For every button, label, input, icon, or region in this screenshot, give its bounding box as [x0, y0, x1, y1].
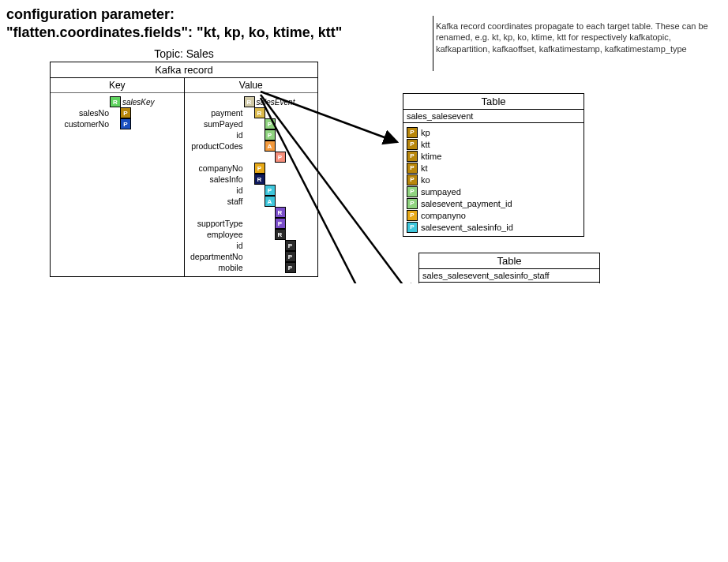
column-type-chip: P [407, 163, 418, 174]
record-row: paymentR [188, 107, 315, 118]
table-row: Pkt [407, 162, 580, 174]
field-label: payment [188, 108, 245, 118]
column-name: sumpayed [421, 187, 461, 197]
type-chip: P [285, 240, 296, 251]
column-type-chip: P [407, 186, 418, 197]
field-label: employee [188, 230, 245, 239]
column-type-chip: P [407, 174, 418, 185]
record-row: idP [188, 129, 315, 140]
type-chip: A [265, 196, 276, 207]
field-label: sumPayed [188, 119, 245, 129]
column-name: ktt [421, 140, 430, 149]
field-label: salesInfo [188, 174, 245, 184]
annotation-line [433, 16, 433, 71]
topic-label: Topic: Sales [50, 47, 318, 60]
annotation-text: Kafka record coordinates propagate to ea… [436, 21, 720, 54]
column-name: ktime [421, 152, 441, 161]
field-label: departmentNo [188, 252, 245, 261]
column-type-chip: P [407, 198, 418, 209]
column-name: kp [421, 128, 430, 137]
kafka-header: Kafka record [51, 62, 317, 78]
record-note: salesKey [122, 98, 155, 107]
record-row: sumPayedP [188, 118, 315, 129]
kafka-key-column: Key RsalesKeysalesNoPcustomerNoP [51, 78, 185, 276]
key-head: Key [51, 78, 184, 93]
table-row: Pkp [407, 126, 580, 138]
type-chip: R [110, 96, 121, 107]
field-label: companyNo [188, 163, 245, 173]
record-row: supportTypeP [188, 218, 315, 229]
table-2-head: Table [419, 253, 599, 269]
kafka-value-column: Value RsalesEventpaymentRsumPayedPidPpro… [185, 78, 318, 276]
record-row: mobileP [188, 262, 315, 273]
column-type-chip: P [407, 139, 418, 150]
table-row: Pko [407, 174, 580, 185]
type-chip: P [254, 163, 265, 174]
column-type-chip: P [407, 222, 418, 233]
record-row: customerNoP [54, 118, 181, 129]
record-row: RsalesKey [54, 96, 181, 107]
table-2-name: sales_salesevent_salesinfo_staff [419, 269, 599, 283]
type-chip: P [285, 262, 296, 273]
record-row: departmentNoP [188, 251, 315, 262]
table-2: Table sales_salesevent_salesinfo_staff P… [418, 253, 600, 283]
record-row: staffA [188, 196, 315, 207]
table-row: Psumpayed [407, 185, 580, 197]
field-label: id [188, 241, 245, 250]
type-chip: P [265, 185, 276, 196]
table-1: Table sales_salesevent PkpPkttPktimePktP… [403, 93, 584, 237]
record-row: salesInfoR [188, 174, 315, 185]
type-chip: P [120, 107, 131, 118]
column-name: kt [421, 163, 428, 173]
field-label: customerNo [54, 119, 111, 129]
table-1-name: sales_salesevent [403, 110, 584, 123]
value-head: Value [185, 78, 318, 93]
table-row: Pktt [407, 138, 580, 150]
record-row: salesNoP [54, 107, 181, 118]
type-chip: R [244, 96, 255, 107]
field-label: mobile [188, 263, 245, 272]
record-row: idP [188, 185, 315, 196]
column-type-chip: P [407, 127, 418, 138]
column-name: ko [421, 175, 430, 185]
record-note: salesEvent [257, 98, 295, 107]
record-row: RsalesEvent [188, 96, 315, 107]
record-row: companyNoP [188, 163, 315, 174]
record-row: productCodesA [188, 140, 315, 152]
table-1-head: Table [403, 94, 584, 110]
field-label: salesNo [54, 108, 111, 118]
field-label: staff [188, 197, 245, 206]
type-chip: P [275, 152, 286, 163]
type-chip: P [285, 251, 296, 262]
type-chip: P [265, 118, 276, 129]
table-row: Pktime [407, 150, 580, 162]
field-label: productCodes [188, 141, 245, 151]
type-chip: P [120, 118, 131, 129]
field-label: supportType [188, 219, 245, 228]
type-chip: R [275, 207, 286, 218]
column-type-chip: P [407, 210, 418, 221]
table-row: Psalesevent_salesinfo_id [407, 221, 580, 233]
field-label: id [188, 185, 245, 195]
table-row: Psalesevent_payment_id [407, 197, 580, 209]
type-chip: A [265, 140, 276, 152]
column-name: companyno [421, 211, 466, 220]
type-chip: P [265, 129, 276, 140]
column-name: salesevent_salesinfo_id [421, 223, 513, 232]
type-chip: R [254, 174, 265, 185]
record-row: R [188, 207, 315, 218]
record-row: idP [188, 240, 315, 251]
column-name: salesevent_payment_id [421, 199, 512, 208]
record-row: P [188, 152, 315, 163]
record-row: employeeR [188, 229, 315, 240]
type-chip: R [275, 229, 286, 240]
kafka-record-box: Kafka record Key RsalesKeysalesNoPcustom… [50, 62, 318, 277]
type-chip: P [275, 218, 286, 229]
table-row: Pcompanyno [407, 209, 580, 221]
type-chip: R [254, 107, 265, 118]
column-type-chip: P [407, 151, 418, 162]
field-label: id [188, 130, 245, 140]
